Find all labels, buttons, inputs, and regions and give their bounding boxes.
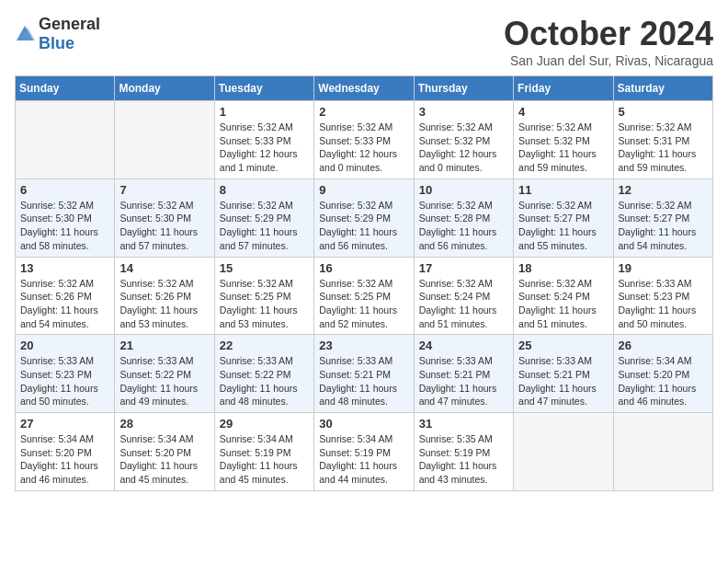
day-info: Sunrise: 5:32 AM Sunset: 5:25 PM Dayligh… <box>319 277 408 331</box>
calendar-cell: 22Sunrise: 5:33 AM Sunset: 5:22 PM Dayli… <box>214 335 313 413</box>
logo-general: General <box>39 15 100 33</box>
day-info: Sunrise: 5:32 AM Sunset: 5:31 PM Dayligh… <box>619 121 708 175</box>
day-number: 20 <box>20 339 109 352</box>
calendar-week-row: 1Sunrise: 5:32 AM Sunset: 5:33 PM Daylig… <box>16 101 713 179</box>
calendar-cell: 2Sunrise: 5:32 AM Sunset: 5:33 PM Daylig… <box>314 101 414 179</box>
day-number: 14 <box>119 261 209 275</box>
calendar-cell: 11Sunrise: 5:32 AM Sunset: 5:27 PM Dayli… <box>514 178 613 257</box>
weekday-header-tuesday: Tuesday <box>214 76 313 101</box>
calendar-cell: 30Sunrise: 5:34 AM Sunset: 5:19 PM Dayli… <box>314 413 414 491</box>
calendar-cell: 31Sunrise: 5:35 AM Sunset: 5:19 PM Dayli… <box>414 413 513 491</box>
weekday-header-monday: Monday <box>115 76 214 101</box>
day-number: 13 <box>20 261 109 275</box>
day-info: Sunrise: 5:33 AM Sunset: 5:23 PM Dayligh… <box>20 354 109 408</box>
day-number: 15 <box>220 261 309 275</box>
calendar-cell: 19Sunrise: 5:33 AM Sunset: 5:23 PM Dayli… <box>613 257 712 335</box>
location-subtitle: San Juan del Sur, Rivas, Nicaragua <box>504 53 713 68</box>
day-number: 30 <box>319 417 408 431</box>
day-number: 12 <box>619 183 708 197</box>
day-info: Sunrise: 5:33 AM Sunset: 5:23 PM Dayligh… <box>619 277 708 331</box>
day-info: Sunrise: 5:32 AM Sunset: 5:24 PM Dayligh… <box>518 277 608 331</box>
calendar-cell: 13Sunrise: 5:32 AM Sunset: 5:26 PM Dayli… <box>16 257 115 335</box>
day-info: Sunrise: 5:33 AM Sunset: 5:22 PM Dayligh… <box>119 354 209 408</box>
day-number: 29 <box>220 417 309 431</box>
calendar-cell: 15Sunrise: 5:32 AM Sunset: 5:25 PM Dayli… <box>214 257 313 335</box>
calendar-cell: 7Sunrise: 5:32 AM Sunset: 5:30 PM Daylig… <box>115 178 214 257</box>
day-number: 11 <box>518 183 608 197</box>
day-number: 18 <box>518 261 608 275</box>
calendar-cell: 5Sunrise: 5:32 AM Sunset: 5:31 PM Daylig… <box>613 101 712 179</box>
day-number: 4 <box>518 105 608 119</box>
month-title: October 2024 <box>504 15 713 53</box>
day-number: 19 <box>619 261 708 275</box>
day-number: 25 <box>518 339 608 352</box>
calendar-cell: 27Sunrise: 5:34 AM Sunset: 5:20 PM Dayli… <box>16 413 115 491</box>
day-info: Sunrise: 5:32 AM Sunset: 5:30 PM Dayligh… <box>119 199 209 253</box>
day-number: 21 <box>119 339 209 352</box>
day-info: Sunrise: 5:33 AM Sunset: 5:22 PM Dayligh… <box>220 354 309 408</box>
title-section: October 2024 San Juan del Sur, Rivas, Ni… <box>504 15 713 68</box>
calendar-cell: 10Sunrise: 5:32 AM Sunset: 5:28 PM Dayli… <box>414 178 513 257</box>
calendar-week-row: 20Sunrise: 5:33 AM Sunset: 5:23 PM Dayli… <box>16 335 713 413</box>
calendar-cell <box>514 413 613 491</box>
day-info: Sunrise: 5:33 AM Sunset: 5:21 PM Dayligh… <box>319 354 408 408</box>
day-number: 28 <box>119 417 209 431</box>
day-info: Sunrise: 5:33 AM Sunset: 5:21 PM Dayligh… <box>419 354 508 408</box>
calendar-cell: 17Sunrise: 5:32 AM Sunset: 5:24 PM Dayli… <box>414 257 513 335</box>
calendar-cell <box>115 101 214 179</box>
calendar-cell <box>16 101 115 179</box>
day-number: 5 <box>619 105 708 119</box>
calendar-week-row: 6Sunrise: 5:32 AM Sunset: 5:30 PM Daylig… <box>16 178 713 257</box>
day-number: 16 <box>319 261 408 275</box>
calendar-cell <box>613 413 712 491</box>
calendar-week-row: 27Sunrise: 5:34 AM Sunset: 5:20 PM Dayli… <box>16 413 713 491</box>
calendar-cell: 29Sunrise: 5:34 AM Sunset: 5:19 PM Dayli… <box>214 413 313 491</box>
day-info: Sunrise: 5:32 AM Sunset: 5:33 PM Dayligh… <box>220 121 309 175</box>
day-info: Sunrise: 5:34 AM Sunset: 5:20 PM Dayligh… <box>20 432 109 487</box>
calendar-cell: 23Sunrise: 5:33 AM Sunset: 5:21 PM Dayli… <box>314 335 414 413</box>
day-number: 9 <box>319 183 408 197</box>
page-header: General Blue October 2024 San Juan del S… <box>15 15 713 68</box>
day-info: Sunrise: 5:32 AM Sunset: 5:30 PM Dayligh… <box>20 199 109 253</box>
calendar-cell: 28Sunrise: 5:34 AM Sunset: 5:20 PM Dayli… <box>115 413 214 491</box>
logo-text: General Blue <box>39 15 100 53</box>
day-number: 1 <box>220 105 309 119</box>
calendar-cell: 9Sunrise: 5:32 AM Sunset: 5:29 PM Daylig… <box>314 178 414 257</box>
day-info: Sunrise: 5:34 AM Sunset: 5:19 PM Dayligh… <box>220 432 309 487</box>
calendar-cell: 14Sunrise: 5:32 AM Sunset: 5:26 PM Dayli… <box>115 257 214 335</box>
weekday-header-thursday: Thursday <box>414 76 513 101</box>
day-info: Sunrise: 5:32 AM Sunset: 5:33 PM Dayligh… <box>319 121 408 175</box>
day-info: Sunrise: 5:32 AM Sunset: 5:27 PM Dayligh… <box>619 199 708 253</box>
calendar-table: SundayMondayTuesdayWednesdayThursdayFrid… <box>15 75 713 491</box>
day-number: 17 <box>419 261 508 275</box>
day-info: Sunrise: 5:32 AM Sunset: 5:26 PM Dayligh… <box>20 277 109 331</box>
day-number: 26 <box>619 339 708 352</box>
weekday-header-friday: Friday <box>514 76 613 101</box>
calendar-cell: 16Sunrise: 5:32 AM Sunset: 5:25 PM Dayli… <box>314 257 414 335</box>
day-info: Sunrise: 5:32 AM Sunset: 5:29 PM Dayligh… <box>220 199 309 253</box>
day-number: 22 <box>220 339 309 352</box>
day-number: 23 <box>319 339 408 352</box>
day-info: Sunrise: 5:32 AM Sunset: 5:32 PM Dayligh… <box>419 121 508 175</box>
day-number: 3 <box>419 105 508 119</box>
calendar-cell: 3Sunrise: 5:32 AM Sunset: 5:32 PM Daylig… <box>414 101 513 179</box>
day-info: Sunrise: 5:32 AM Sunset: 5:24 PM Dayligh… <box>419 277 508 331</box>
day-info: Sunrise: 5:33 AM Sunset: 5:21 PM Dayligh… <box>518 354 608 408</box>
day-info: Sunrise: 5:34 AM Sunset: 5:20 PM Dayligh… <box>119 432 209 487</box>
calendar-cell: 12Sunrise: 5:32 AM Sunset: 5:27 PM Dayli… <box>613 178 712 257</box>
day-info: Sunrise: 5:32 AM Sunset: 5:28 PM Dayligh… <box>419 199 508 253</box>
calendar-cell: 24Sunrise: 5:33 AM Sunset: 5:21 PM Dayli… <box>414 335 513 413</box>
calendar-cell: 26Sunrise: 5:34 AM Sunset: 5:20 PM Dayli… <box>613 335 712 413</box>
weekday-header-row: SundayMondayTuesdayWednesdayThursdayFrid… <box>16 76 713 101</box>
calendar-cell: 1Sunrise: 5:32 AM Sunset: 5:33 PM Daylig… <box>214 101 313 179</box>
day-number: 8 <box>220 183 309 197</box>
calendar-week-row: 13Sunrise: 5:32 AM Sunset: 5:26 PM Dayli… <box>16 257 713 335</box>
calendar-cell: 18Sunrise: 5:32 AM Sunset: 5:24 PM Dayli… <box>514 257 613 335</box>
logo: General Blue <box>15 15 100 53</box>
day-info: Sunrise: 5:34 AM Sunset: 5:20 PM Dayligh… <box>619 354 708 408</box>
day-info: Sunrise: 5:32 AM Sunset: 5:32 PM Dayligh… <box>518 121 608 175</box>
weekday-header-saturday: Saturday <box>613 76 712 101</box>
day-info: Sunrise: 5:35 AM Sunset: 5:19 PM Dayligh… <box>419 432 508 487</box>
calendar-cell: 6Sunrise: 5:32 AM Sunset: 5:30 PM Daylig… <box>16 178 115 257</box>
day-number: 7 <box>119 183 209 197</box>
